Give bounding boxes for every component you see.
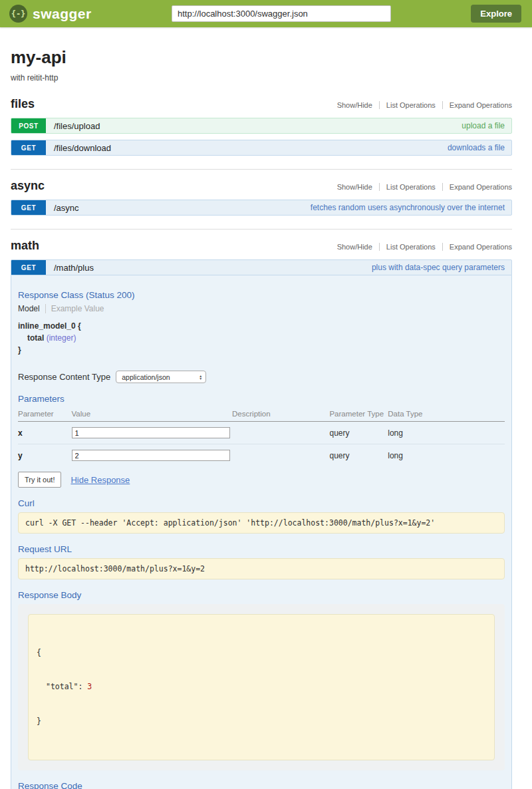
- param-data-type: long: [388, 422, 505, 444]
- model-open-brace: inline_model_0 {: [18, 320, 505, 332]
- section-title[interactable]: files: [11, 97, 35, 111]
- api-subtitle: with reitit-http: [11, 73, 512, 82]
- operation-detail-panel: Response Class (Status 200) Model Exampl…: [11, 275, 512, 789]
- json-close-brace: }: [37, 716, 486, 727]
- page-content: my-api with reitit-http files Show/Hide …: [0, 47, 532, 789]
- response-code-heading: Response Code: [18, 781, 505, 789]
- section-files: files Show/Hide List Operations Expand O…: [11, 94, 512, 156]
- op-row-post-files-upload[interactable]: POST /files/upload upload a file: [11, 118, 512, 134]
- response-content-type-label: Response Content Type: [18, 372, 110, 382]
- param-description: [232, 422, 329, 444]
- param-description: [232, 444, 329, 467]
- endpoint-summary: upload a file: [462, 121, 505, 130]
- model-close-brace: }: [18, 344, 505, 356]
- explore-button[interactable]: Explore: [471, 5, 521, 23]
- request-url-heading: Request URL: [18, 544, 505, 554]
- api-title: my-api: [11, 47, 512, 68]
- section-controls: Show/Hide List Operations Expand Operati…: [331, 183, 512, 191]
- select-arrows-icon: ▲▼: [199, 375, 202, 380]
- section-math-header: math Show/Hide List Operations Expand Op…: [11, 239, 512, 253]
- col-description: Description: [232, 408, 329, 422]
- col-parameter-type: Parameter Type: [329, 408, 388, 422]
- section-title[interactable]: math: [11, 239, 39, 253]
- response-content-type-select[interactable]: application/json ▲▼: [116, 371, 206, 383]
- param-type: query: [329, 444, 388, 467]
- section-async: async Show/Hide List Operations Expand O…: [11, 169, 512, 216]
- model-property-type: (integer): [47, 333, 76, 343]
- param-name: y: [18, 444, 72, 467]
- response-body-heading: Response Body: [18, 590, 505, 600]
- list-operations-link[interactable]: List Operations: [379, 243, 442, 251]
- col-value: Value: [72, 408, 233, 422]
- swagger-brand-link[interactable]: {-} swagger: [9, 5, 92, 23]
- response-class-heading: Response Class (Status 200): [18, 290, 505, 300]
- param-name: x: [18, 422, 72, 444]
- endpoint-path[interactable]: /async: [54, 203, 79, 213]
- section-async-header: async Show/Hide List Operations Expand O…: [11, 179, 512, 193]
- try-it-out-button[interactable]: Try it out!: [18, 472, 61, 488]
- col-data-type: Data Type: [388, 408, 505, 422]
- endpoint-summary: fetches random users asynchronously over…: [311, 203, 505, 212]
- section-math: math Show/Hide List Operations Expand Op…: [11, 229, 512, 789]
- method-badge: GET: [11, 140, 46, 155]
- endpoint-path[interactable]: /files/upload: [54, 121, 100, 131]
- hide-response-link[interactable]: Hide Response: [70, 475, 130, 485]
- spec-url-input[interactable]: [172, 5, 391, 22]
- list-operations-link[interactable]: List Operations: [379, 183, 442, 191]
- expand-operations-link[interactable]: Expand Operations: [442, 183, 512, 191]
- top-bar: {-} swagger Explore: [0, 0, 532, 27]
- expand-operations-link[interactable]: Expand Operations: [442, 101, 512, 109]
- section-files-header: files Show/Hide List Operations Expand O…: [11, 97, 512, 111]
- col-parameter: Parameter: [18, 408, 72, 422]
- brand-title: swagger: [33, 6, 92, 22]
- show-hide-link[interactable]: Show/Hide: [331, 183, 379, 191]
- response-body-container: { "total": 3 }: [18, 604, 505, 770]
- param-row-x: x query long: [18, 422, 505, 444]
- json-open-brace: {: [37, 647, 486, 659]
- method-badge: GET: [11, 200, 46, 215]
- param-value-input-y[interactable]: [72, 450, 230, 461]
- model-tabs: Model Example Value: [18, 304, 505, 313]
- op-row-get-files-download[interactable]: GET /files/download downloads a file: [11, 140, 512, 156]
- actions-row: Try it out! Hide Response: [18, 472, 505, 488]
- endpoint-summary: plus with data-spec query parameters: [372, 263, 505, 272]
- curl-command: curl -X GET --header 'Accept: applicatio…: [18, 512, 505, 534]
- model-signature: inline_model_0 { total (integer) }: [18, 320, 505, 356]
- model-property: total (integer): [27, 332, 505, 344]
- json-total-value: 3: [87, 682, 92, 691]
- endpoint-path[interactable]: /math/plus: [54, 263, 94, 273]
- param-data-type: long: [388, 444, 505, 467]
- json-total-line: "total": 3: [37, 681, 486, 693]
- show-hide-link[interactable]: Show/Hide: [331, 243, 379, 251]
- section-title[interactable]: async: [11, 179, 45, 193]
- show-hide-link[interactable]: Show/Hide: [331, 101, 379, 109]
- section-controls: Show/Hide List Operations Expand Operati…: [331, 243, 512, 251]
- method-badge: GET: [11, 260, 46, 275]
- model-property-name: total: [27, 333, 44, 343]
- parameters-heading: Parameters: [18, 394, 505, 404]
- param-row-y: y query long: [18, 444, 505, 467]
- op-row-get-math-plus[interactable]: GET /math/plus plus with data-spec query…: [11, 259, 512, 275]
- param-type: query: [329, 422, 388, 444]
- endpoint-path[interactable]: /files/download: [54, 143, 111, 153]
- parameters-table: Parameter Value Description Parameter Ty…: [18, 408, 505, 466]
- tab-example-value[interactable]: Example Value: [45, 304, 104, 313]
- response-body-json: { "total": 3 }: [28, 614, 495, 760]
- curl-heading: Curl: [18, 498, 505, 508]
- selected-content-type: application/json: [122, 373, 199, 381]
- response-content-type-row: Response Content Type application/json ▲…: [18, 371, 505, 383]
- expand-operations-link[interactable]: Expand Operations: [442, 243, 512, 251]
- request-url: http://localhost:3000/math/plus?x=1&y=2: [18, 558, 505, 579]
- op-row-get-async[interactable]: GET /async fetches random users asynchro…: [11, 200, 512, 216]
- param-value-input-x[interactable]: [72, 427, 230, 438]
- section-controls: Show/Hide List Operations Expand Operati…: [331, 101, 512, 109]
- list-operations-link[interactable]: List Operations: [379, 101, 442, 109]
- swagger-logo-icon: {-}: [9, 5, 27, 23]
- endpoint-summary: downloads a file: [448, 143, 505, 152]
- method-badge: POST: [11, 118, 46, 133]
- tab-model[interactable]: Model: [18, 304, 45, 313]
